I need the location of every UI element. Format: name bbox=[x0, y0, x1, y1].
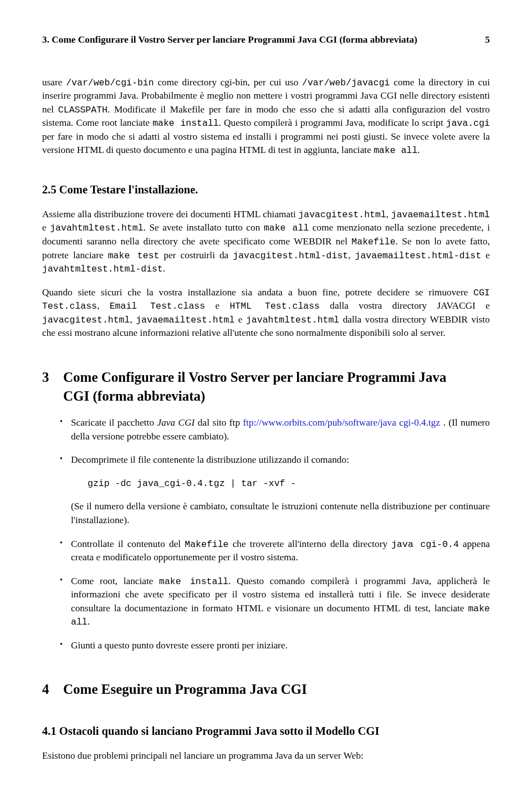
code-file: javahtmltest.html bbox=[50, 223, 143, 233]
code-make-install: make install bbox=[152, 118, 219, 129]
code-make-test: make test bbox=[108, 250, 160, 261]
code-file: javahtmltest.html bbox=[246, 315, 339, 325]
list-item: Controllate il contenuto del Makefile ch… bbox=[60, 538, 490, 565]
code-javacgi-script: java.cgi bbox=[446, 118, 490, 129]
code-javacgi: /var/web/javacgi bbox=[302, 78, 390, 88]
section-4-1-title: 4.1 Ostacoli quando si lanciano Programm… bbox=[42, 723, 490, 739]
list-item: Giunti a questo punto dovreste essere pr… bbox=[60, 639, 490, 653]
section-3-bullet-list: Scaricate il pacchetto Java CGI dal sito… bbox=[42, 416, 490, 652]
code-dir: java cgi-0.4 bbox=[391, 539, 459, 550]
code-make-all: make all bbox=[374, 145, 417, 156]
section-3-number: 3 bbox=[42, 368, 63, 387]
code-file: javahtmltest.html-dist bbox=[42, 264, 163, 274]
code-cgibin: /var/web/cgi-bin bbox=[66, 78, 154, 88]
section-2-5-title: 2.5 Come Testare l'installazione. bbox=[42, 182, 490, 198]
code-file: javacgitest.html bbox=[298, 209, 386, 220]
code-file: javaemailtest.html-dist bbox=[355, 250, 482, 261]
italic-java-cgi: Java CGI bbox=[157, 417, 195, 428]
section-2-5-p1: Assieme alla distribuzione trovere dei d… bbox=[42, 208, 490, 276]
code-file: javacgitest.html-dist bbox=[233, 250, 348, 261]
page-header: 3. Come Configurare il Vostro Server per… bbox=[42, 33, 490, 47]
header-left: 3. Come Configurare il Vostro Server per… bbox=[42, 33, 417, 47]
code-class: HTML Test.class bbox=[229, 301, 320, 311]
code-class: Email Test.class bbox=[110, 301, 205, 311]
code-file: javaemailtest.html bbox=[391, 209, 490, 220]
list-item: Come root, lanciate make install. Questo… bbox=[60, 575, 490, 629]
section-3-title: 3Come Configurare il Vostro Server per l… bbox=[42, 368, 490, 406]
code-classpath: CLASSPATH bbox=[58, 105, 108, 115]
list-item: Scaricate il pacchetto Java CGI dal sito… bbox=[60, 416, 490, 443]
ftp-link[interactable]: ftp://www.orbits.com/pub/software/java c… bbox=[243, 417, 441, 428]
section-2-5-p2: Quando siete sicuri che la vostra instal… bbox=[42, 286, 490, 340]
code-make-install: make install bbox=[159, 576, 228, 587]
list-item: Decomprimete il file contenente la distr… bbox=[60, 453, 490, 527]
code-file: javaemailtest.html bbox=[136, 315, 234, 325]
code-file: javacgitest.html bbox=[42, 315, 130, 325]
section-4-1-p1: Esistono due problemi principali nel lan… bbox=[42, 749, 490, 763]
code-makefile: Makefile bbox=[351, 237, 395, 247]
section-4-title: 4Come Eseguire un Programma Java CGI bbox=[42, 680, 490, 699]
intro-paragraph: usare /var/web/cgi-bin come directory cg… bbox=[42, 76, 490, 157]
section-4-number: 4 bbox=[42, 680, 63, 699]
code-makefile: Makefile bbox=[185, 539, 228, 550]
code-make-all: make all bbox=[264, 223, 309, 233]
header-page-number: 5 bbox=[485, 33, 490, 47]
command-block: gzip -dc java_cgi-0.4.tgz | tar -xvf - bbox=[88, 477, 490, 490]
